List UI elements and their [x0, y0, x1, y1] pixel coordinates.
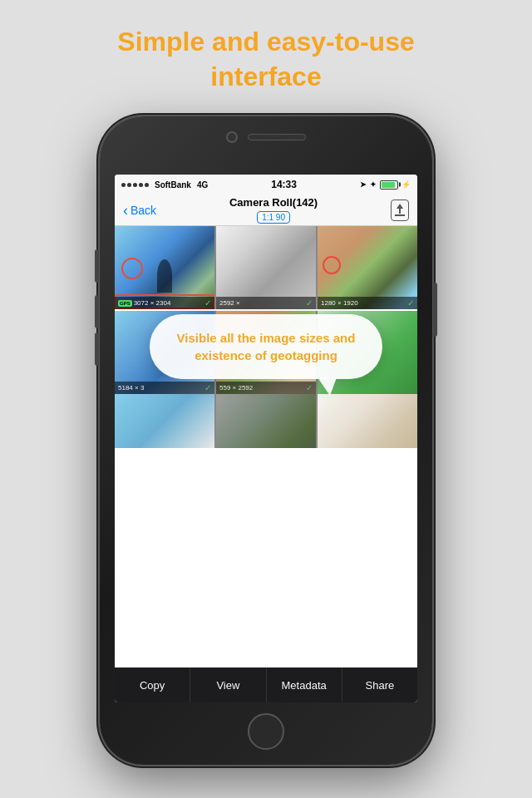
photo-info-4: 5184 × 3 ✓ — [115, 382, 214, 394]
photo-info-3: 1280 × 1920 ✓ — [318, 297, 417, 309]
camera-dot — [226, 131, 238, 143]
status-left: SoftBank 4G — [121, 180, 208, 190]
share-action-button[interactable]: Share — [342, 667, 417, 702]
charging-icon: ⚡ — [401, 180, 411, 189]
gps-circle-3 — [323, 256, 341, 274]
checkmark-4: ✓ — [204, 383, 211, 392]
speech-bubble-text: Visible all the image sizes and existenc… — [168, 329, 364, 364]
page-title: Simple and easy-to-use interface — [50, 25, 482, 94]
share-button[interactable] — [391, 200, 409, 221]
copy-button[interactable]: Copy — [115, 667, 190, 702]
photo-dimensions-1: 3072 × 2304 — [134, 299, 171, 307]
photo-dimensions-5: 559 × 2592 — [219, 384, 253, 392]
photo-dimensions-2: 2592 × — [219, 299, 240, 307]
bottom-toolbar: Copy View Metadata Share — [115, 667, 417, 702]
phone-device: SoftBank 4G 14:33 ➤ ✦ ⚡ — [100, 116, 432, 765]
nav-title-area: Camera Roll(142) 1:1 90 — [229, 196, 318, 224]
signal-dots — [121, 183, 149, 187]
checkmark-2: ✓ — [306, 298, 313, 308]
network-type: 4G — [197, 180, 208, 190]
bottom-photo-3[interactable] — [318, 394, 417, 448]
photo-dimensions-4: 5184 × 3 — [118, 384, 144, 392]
nav-title: Camera Roll(142) — [229, 196, 318, 209]
speaker-grille — [248, 134, 306, 140]
checkmark-5: ✓ — [306, 383, 313, 392]
bottom-photos-row — [115, 394, 417, 448]
battery-fill — [382, 182, 395, 188]
photo-info-5: 559 × 2592 ✓ — [216, 382, 316, 394]
status-time: 14:33 — [271, 179, 297, 190]
photo-cell-2[interactable]: 2592 × ✓ — [216, 226, 316, 309]
photo-cell-3[interactable]: 1280 × 1920 ✓ — [318, 226, 417, 309]
phone-top-bar — [200, 131, 332, 143]
checkmark-3: ✓ — [407, 298, 414, 308]
bluetooth-icon: ✦ — [370, 180, 377, 189]
photo-dimensions-3: 1280 × 1920 — [321, 299, 358, 307]
gps-badge-1: GPS — [118, 300, 132, 307]
page-header: Simple and easy-to-use interface — [0, 0, 532, 111]
carrier-name: SoftBank — [155, 180, 191, 190]
photo-cell-1[interactable]: GPS 3072 × 2304 ✓ — [115, 226, 214, 309]
metadata-button[interactable]: Metadata — [267, 667, 342, 702]
speech-bubble: Visible all the image sizes and existenc… — [150, 314, 382, 379]
bottom-photo-2[interactable] — [216, 394, 316, 448]
back-label: Back — [131, 204, 156, 217]
home-button[interactable] — [248, 713, 284, 750]
phone-screen: SoftBank 4G 14:33 ➤ ✦ ⚡ — [115, 175, 417, 702]
photo-info-1: GPS 3072 × 2304 ✓ — [115, 297, 214, 309]
photo-grid-area: GPS 3072 × 2304 ✓ 2592 × ✓ — [115, 226, 417, 702]
share-icon — [395, 204, 405, 216]
back-button[interactable]: ‹ Back — [123, 203, 156, 218]
battery-icon — [380, 180, 398, 190]
checkmark-1: ✓ — [204, 298, 211, 308]
page-background: Simple and easy-to-use interface — [0, 0, 532, 798]
status-bar: SoftBank 4G 14:33 ➤ ✦ ⚡ — [115, 175, 417, 195]
photo-info-2: 2592 × ✓ — [216, 297, 316, 309]
bottom-photo-1[interactable] — [115, 394, 214, 448]
nav-bar: ‹ Back Camera Roll(142) 1:1 90 — [115, 195, 417, 226]
back-chevron-icon: ‹ — [123, 203, 128, 218]
nav-badge[interactable]: 1:1 90 — [257, 211, 290, 224]
gps-circle-1 — [121, 258, 143, 279]
status-right: ➤ ✦ ⚡ — [360, 180, 411, 190]
photo-grid-top: GPS 3072 × 2304 ✓ 2592 × ✓ — [115, 226, 417, 309]
view-button[interactable]: View — [190, 667, 266, 702]
location-icon: ➤ — [360, 180, 367, 189]
